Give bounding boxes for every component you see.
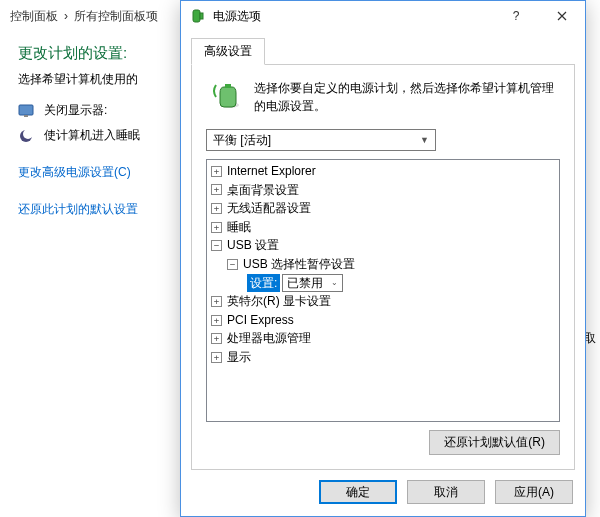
monitor-label: 关闭显示器: bbox=[44, 102, 107, 119]
chevron-down-icon: ▼ bbox=[420, 135, 429, 145]
ok-button[interactable]: 确定 bbox=[319, 480, 397, 504]
plan-selector-value: 平衡 [活动] bbox=[213, 132, 271, 149]
tree-item-usb[interactable]: −USB 设置 bbox=[207, 236, 559, 255]
close-button[interactable] bbox=[539, 1, 585, 31]
titlebar: 电源选项 ? bbox=[181, 1, 585, 31]
power-options-dialog: 电源选项 ? 高级设置 选择你要自定义的电源计划，然后选择你希望计算机管理的电源… bbox=[180, 0, 586, 517]
tree-item-setting[interactable]: 设置: 已禁用 ⌄ bbox=[207, 274, 559, 293]
expand-icon[interactable]: + bbox=[211, 333, 222, 344]
tab-panel: 选择你要自定义的电源计划，然后选择你希望计算机管理的电源设置。 平衡 [活动] … bbox=[191, 64, 575, 470]
restore-defaults-button[interactable]: 还原计划默认值(R) bbox=[429, 430, 560, 455]
intro: 选择你要自定义的电源计划，然后选择你希望计算机管理的电源设置。 bbox=[206, 79, 560, 115]
tree-item-display[interactable]: +显示 bbox=[207, 348, 559, 367]
dialog-buttons: 确定 取消 应用(A) bbox=[181, 480, 585, 516]
chevron-down-icon: ⌄ bbox=[331, 277, 338, 289]
moon-icon bbox=[18, 128, 34, 144]
battery-icon bbox=[206, 79, 242, 115]
svg-rect-1 bbox=[24, 115, 28, 117]
intro-text: 选择你要自定义的电源计划，然后选择你希望计算机管理的电源设置。 bbox=[254, 79, 560, 115]
tree-item-sleep[interactable]: +睡眠 bbox=[207, 218, 559, 237]
tree-item-usb-suspend[interactable]: −USB 选择性暂停设置 bbox=[207, 255, 559, 274]
tree-item-pci[interactable]: +PCI Express bbox=[207, 311, 559, 330]
plan-selector[interactable]: 平衡 [活动] ▼ bbox=[206, 129, 436, 151]
setting-value-combo[interactable]: 已禁用 ⌄ bbox=[282, 274, 343, 292]
monitor-icon bbox=[18, 103, 34, 119]
expand-icon[interactable]: + bbox=[211, 296, 222, 307]
tree-item-wireless[interactable]: +无线适配器设置 bbox=[207, 199, 559, 218]
cancel-button[interactable]: 取消 bbox=[407, 480, 485, 504]
expand-icon[interactable]: + bbox=[211, 315, 222, 326]
collapse-icon[interactable]: − bbox=[211, 240, 222, 251]
help-button[interactable]: ? bbox=[493, 1, 539, 31]
apply-button[interactable]: 应用(A) bbox=[495, 480, 573, 504]
setting-label: 设置: bbox=[247, 274, 280, 293]
expand-icon[interactable]: + bbox=[211, 184, 222, 195]
settings-tree[interactable]: +Internet Explorer +桌面背景设置 +无线适配器设置 +睡眠 … bbox=[206, 159, 560, 422]
svg-point-3 bbox=[23, 129, 33, 139]
close-icon bbox=[557, 11, 567, 21]
tree-item-ie[interactable]: +Internet Explorer bbox=[207, 162, 559, 181]
dialog-title: 电源选项 bbox=[213, 8, 493, 25]
expand-icon[interactable]: + bbox=[211, 203, 222, 214]
expand-icon[interactable]: + bbox=[211, 166, 222, 177]
tab-strip: 高级设置 bbox=[181, 31, 585, 64]
breadcrumb-item[interactable]: 所有控制面板项 bbox=[74, 8, 158, 25]
expand-icon[interactable]: + bbox=[211, 222, 222, 233]
svg-rect-0 bbox=[19, 105, 33, 115]
power-icon bbox=[189, 7, 207, 25]
breadcrumb-item[interactable]: 控制面板 bbox=[10, 8, 58, 25]
tree-item-desktop[interactable]: +桌面背景设置 bbox=[207, 181, 559, 200]
collapse-icon[interactable]: − bbox=[227, 259, 238, 270]
chevron-right-icon: › bbox=[64, 9, 68, 23]
setting-value: 已禁用 bbox=[287, 274, 323, 293]
svg-rect-4 bbox=[193, 10, 200, 22]
sleep-label: 使计算机进入睡眠 bbox=[44, 127, 140, 144]
tab-advanced[interactable]: 高级设置 bbox=[191, 38, 265, 65]
tree-item-cpu[interactable]: +处理器电源管理 bbox=[207, 329, 559, 348]
expand-icon[interactable]: + bbox=[211, 352, 222, 363]
svg-rect-7 bbox=[225, 84, 231, 88]
svg-rect-5 bbox=[200, 13, 203, 19]
restore-row: 还原计划默认值(R) bbox=[206, 422, 560, 455]
tree-item-intel-gpu[interactable]: +英特尔(R) 显卡设置 bbox=[207, 292, 559, 311]
